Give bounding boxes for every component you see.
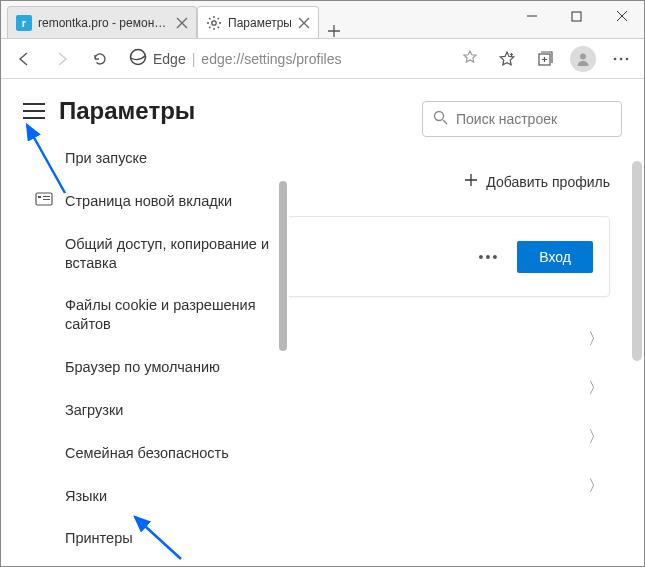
hamburger-icon[interactable] [23,103,45,119]
tab-strip: r remontka.pro - ремонт ко Параметры [1,1,509,38]
settings-search[interactable]: Поиск настроек [422,101,622,137]
svg-point-7 [626,57,629,60]
login-button[interactable]: Вход [517,241,593,273]
svg-point-5 [614,57,617,60]
titlebar: r remontka.pro - ремонт ко Параметры [1,1,644,39]
sidebar-header: Параметры [13,81,289,137]
collections-button[interactable] [528,42,562,76]
svg-rect-12 [43,199,50,200]
scrollbar-thumb[interactable] [279,181,287,351]
favicon-remontka: r [16,15,32,31]
url-text: edge://settings/profiles [201,51,341,67]
sidebar-list: При запуске Страница новой вкладки Общий… [13,137,289,548]
edge-logo-icon [129,48,147,69]
forward-button[interactable] [45,42,79,76]
sidebar-title: Параметры [59,97,195,125]
chevron-right-icon: 〉 [588,378,604,399]
svg-rect-11 [43,196,50,197]
svg-rect-10 [38,196,41,198]
profile-button[interactable] [566,42,600,76]
avatar-icon [570,46,596,72]
scrollbar-thumb[interactable] [632,161,642,361]
content-area: Поиск настроек Добавить профиль ровать д… [1,79,644,566]
main-scrollbar[interactable] [632,161,642,561]
separator: | [192,51,196,67]
toolbar: Edge | edge://settings/profiles [1,39,644,79]
svg-point-6 [620,57,623,60]
sidebar-item-cookies[interactable]: Файлы cookie и разрешения сайтов [65,284,275,346]
tab-remontka[interactable]: r remontka.pro - ремонт ко [7,6,197,38]
search-icon [433,110,448,128]
plus-icon [464,173,478,190]
refresh-button[interactable] [83,42,117,76]
svg-rect-1 [572,12,581,21]
window-controls [509,1,644,38]
tab-title: remontka.pro - ремонт ко [38,16,170,30]
sidebar-item-startup[interactable]: При запуске [65,137,275,180]
favorites-button[interactable] [490,42,524,76]
address-bar[interactable]: Edge | edge://settings/profiles [121,44,486,74]
gear-icon [206,15,222,31]
close-icon[interactable] [298,17,310,29]
chevron-right-icon: 〉 [588,427,604,448]
sidebar-item-default-browser[interactable]: Браузер по умолчанию [65,346,275,389]
menu-button[interactable] [604,42,638,76]
close-button[interactable] [599,1,644,31]
back-button[interactable] [7,42,41,76]
more-icon[interactable]: ••• [473,249,506,265]
svg-point-4 [580,53,586,59]
svg-point-8 [435,112,444,121]
search-placeholder: Поиск настроек [456,111,557,127]
close-icon[interactable] [176,17,188,29]
tab-settings[interactable]: Параметры [197,6,319,38]
star-add-icon[interactable] [462,49,478,68]
new-tab-button[interactable] [319,24,349,38]
tab-title: Параметры [228,16,292,30]
sidebar-item-languages[interactable]: Языки [65,475,275,518]
sidebar-item-share[interactable]: Общий доступ, копирование и вставка [65,223,275,285]
newtab-icon [35,192,53,206]
chevron-right-icon: 〉 [588,476,604,497]
sidebar-item-family[interactable]: Семейная безопасность [65,432,275,475]
settings-sidebar: Параметры При запуске Страница новой вкл… [13,81,289,558]
sidebar-item-downloads[interactable]: Загрузки [65,389,275,432]
maximize-button[interactable] [554,1,599,31]
add-profile-label: Добавить профиль [486,174,610,190]
minimize-button[interactable] [509,1,554,31]
sidebar-item-newtab[interactable]: Страница новой вкладки [65,180,275,223]
sidebar-item-printers[interactable]: Принтеры [65,517,275,548]
sidebar-scrollbar[interactable] [279,137,287,548]
chevron-right-icon: 〉 [588,329,604,350]
svg-point-0 [212,20,216,24]
engine-label: Edge [153,51,186,67]
